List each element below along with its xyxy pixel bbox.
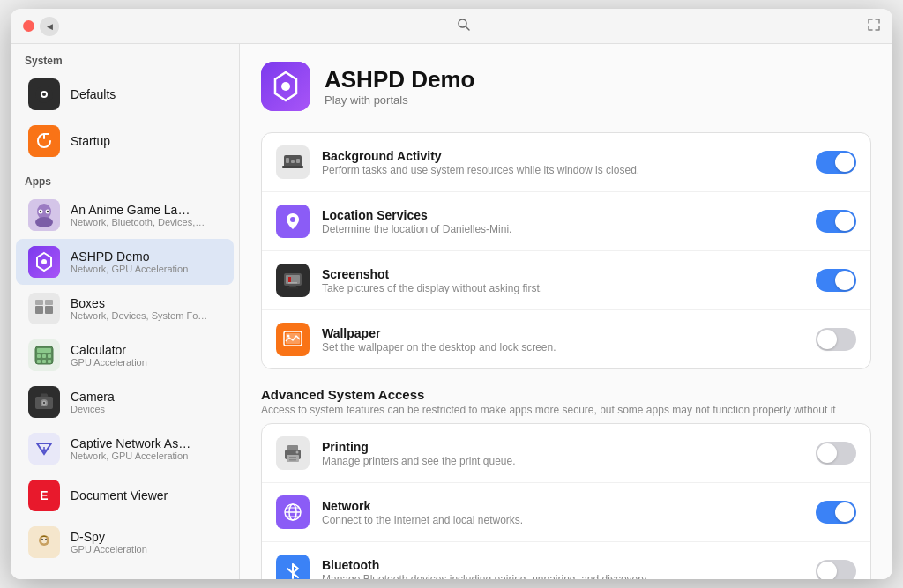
camera-text: Camera Devices	[71, 390, 115, 414]
captive-sub: Network, GPU Acceleration	[71, 450, 190, 461]
camera-icon-svg	[34, 392, 54, 412]
back-button[interactable]: ◀	[40, 17, 59, 36]
advanced-section-title: Advanced System Access	[261, 387, 871, 402]
calculator-name: Calculator	[71, 343, 147, 357]
svg-point-10	[40, 211, 41, 212]
anime-icon	[28, 199, 60, 231]
location-services-text: Location Services Determine the location…	[322, 208, 803, 235]
fullscreen-button[interactable]	[868, 19, 880, 33]
sidebar-item-boxes[interactable]: Boxes Network, Devices, System Fo…	[16, 286, 234, 331]
advanced-permissions-card: Printing Manage printers and see the pri…	[261, 423, 871, 579]
svg-rect-15	[35, 306, 43, 314]
sidebar-item-startup[interactable]: Startup	[16, 118, 234, 164]
sidebar-item-defaults[interactable]: Defaults	[16, 71, 234, 117]
network-toggle[interactable]	[816, 501, 856, 524]
anime-text: An Anime Game La… Network, Bluetooth, De…	[71, 203, 205, 227]
boxes-icon	[28, 293, 60, 324]
bluetooth-toggle[interactable]	[816, 560, 856, 579]
search-button[interactable]	[457, 18, 471, 35]
svg-text:E: E	[40, 488, 48, 502]
wallpaper-desc: Set the wallpaper on the desktop and loc…	[322, 341, 803, 354]
anime-name: An Anime Game La…	[71, 203, 205, 217]
ashpd-icon	[28, 246, 60, 278]
background-activity-desc: Perform tasks and use system resources w…	[322, 164, 803, 176]
window-body: System Defaults	[11, 44, 892, 579]
sidebar-item-camera[interactable]: Camera Devices	[16, 379, 234, 425]
advanced-section-header: Advanced System Access Access to system …	[261, 387, 871, 416]
sidebar-item-dspy[interactable]: D-Spy GPU Acceleration	[16, 519, 234, 565]
permission-row-wallpaper: Wallpaper Set the wallpaper on the deskt…	[262, 310, 870, 368]
system-section-label: System	[11, 44, 239, 71]
svg-rect-21	[37, 354, 41, 358]
svg-point-57	[287, 335, 290, 338]
printing-name: Printing	[322, 440, 803, 454]
calculator-icon	[28, 339, 60, 371]
network-text: Network Connect to the Internet and loca…	[322, 499, 803, 526]
screenshot-toggle[interactable]	[816, 269, 856, 292]
app-subtitle: Play with portals	[325, 93, 474, 107]
calculator-sub: GPU Acceleration	[71, 357, 147, 368]
screenshot-icon	[276, 264, 310, 297]
sidebar-item-ashpd[interactable]: ASHPD Demo Network, GPU Acceleration	[16, 239, 234, 285]
svg-point-30	[43, 402, 45, 404]
sidebar: System Defaults	[11, 44, 240, 579]
svg-rect-20	[37, 348, 51, 353]
svg-rect-22	[42, 354, 46, 358]
bluetooth-icon	[276, 555, 310, 579]
printing-toggle[interactable]	[816, 442, 856, 465]
network-desc: Connect to the Internet and local networ…	[322, 514, 803, 526]
wallpaper-text: Wallpaper Set the wallpaper on the deskt…	[322, 326, 803, 354]
close-button[interactable]	[23, 20, 34, 32]
sidebar-item-docviewer[interactable]: E Document Viewer	[16, 473, 234, 518]
wallpaper-toggle[interactable]	[816, 328, 856, 351]
defaults-name: Defaults	[71, 87, 116, 101]
svg-rect-52	[287, 287, 298, 289]
location-services-toggle[interactable]	[816, 210, 856, 233]
boxes-sub: Network, Devices, System Fo…	[71, 310, 207, 321]
svg-point-11	[47, 211, 49, 212]
screenshot-toggle-knob	[835, 271, 854, 290]
calculator-text: Calculator GPU Acceleration	[71, 343, 147, 368]
startup-name: Startup	[71, 134, 110, 148]
printing-text: Printing Manage printers and see the pri…	[322, 440, 803, 467]
svg-rect-61	[289, 457, 296, 458]
boxes-name: Boxes	[71, 296, 207, 310]
captive-icon-svg	[34, 438, 55, 459]
ashpd-sub: Network, GPU Acceleration	[71, 264, 188, 274]
bluetooth-icon-svg	[282, 561, 303, 579]
background-activity-text: Background Activity Perform tasks and us…	[322, 149, 803, 176]
anime-sub: Network, Bluetooth, Devices,…	[71, 217, 205, 227]
permission-row-bluetooth: Bluetooth Manage Bluetooth devices inclu…	[262, 542, 870, 579]
permission-row-background: Background Activity Perform tasks and us…	[262, 133, 870, 192]
network-name: Network	[322, 499, 803, 513]
sidebar-item-captive[interactable]: Captive Network As… Network, GPU Acceler…	[16, 426, 234, 472]
printing-toggle-knob	[817, 443, 837, 463]
docviewer-name: Document Viewer	[71, 488, 168, 502]
startup-icon-svg	[34, 130, 55, 152]
background-activity-toggle[interactable]	[816, 151, 856, 174]
permissions-card: Background Activity Perform tasks and us…	[261, 132, 871, 369]
location-services-name: Location Services	[322, 208, 803, 222]
dspy-text: D-Spy GPU Acceleration	[71, 530, 147, 555]
svg-rect-25	[42, 360, 46, 363]
svg-rect-18	[45, 300, 53, 305]
svg-rect-16	[45, 306, 53, 314]
sidebar-item-calculator[interactable]: Calculator GPU Acceleration	[16, 332, 234, 378]
svg-rect-62	[289, 459, 296, 461]
startup-icon	[28, 125, 60, 157]
svg-point-42	[281, 82, 290, 91]
screenshot-name: Screenshot	[322, 267, 803, 281]
svg-point-48	[290, 217, 295, 222]
screenshot-icon-svg	[282, 270, 303, 291]
svg-line-1	[466, 26, 469, 30]
sidebar-item-anime[interactable]: An Anime Game La… Network, Bluetooth, De…	[16, 192, 234, 238]
background-activity-toggle-knob	[835, 153, 854, 172]
svg-point-39	[45, 539, 47, 540]
svg-rect-44	[282, 166, 303, 168]
svg-point-63	[296, 451, 299, 454]
window-controls	[23, 20, 34, 32]
camera-name: Camera	[71, 390, 115, 404]
svg-rect-47	[296, 159, 300, 163]
svg-point-14	[41, 259, 47, 264]
docviewer-icon: E	[28, 480, 60, 511]
